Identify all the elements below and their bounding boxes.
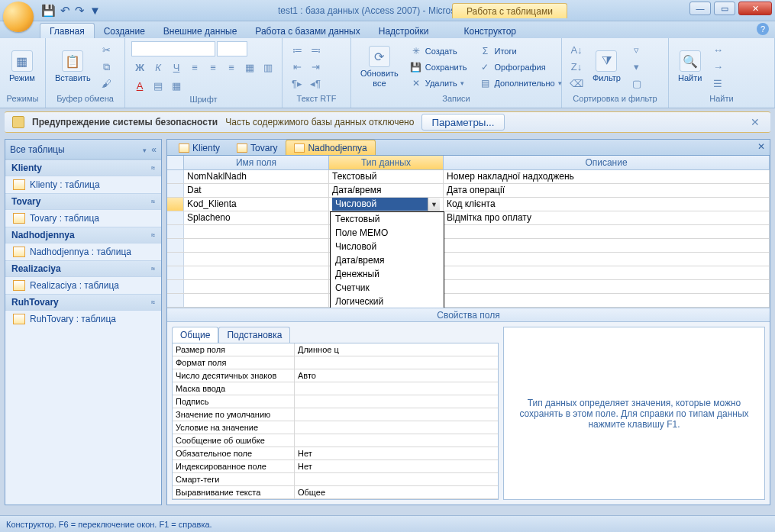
numbering-button[interactable]: ≕ [307, 43, 324, 58]
tab-lookup[interactable]: Подстановка [218, 327, 290, 343]
format-painter-button[interactable]: 🖌 [98, 76, 115, 92]
description-cell[interactable] [444, 239, 770, 252]
underline-button[interactable]: Ч [168, 60, 185, 75]
property-row[interactable]: Подпись [173, 395, 498, 408]
row-selector[interactable] [167, 253, 184, 266]
copy-button[interactable]: ⧉ [98, 60, 115, 75]
field-name-cell[interactable] [184, 239, 329, 252]
design-row[interactable] [167, 253, 770, 266]
dropdown-item[interactable]: Денежный [331, 267, 444, 281]
property-row[interactable]: Индексированное полеНет [173, 460, 498, 473]
row-selector[interactable] [167, 294, 184, 307]
dropdown-item[interactable]: Логический [331, 295, 444, 308]
qat-dropdown-icon[interactable]: ▼ [89, 4, 101, 17]
description-cell[interactable]: Код клієнта [444, 198, 770, 211]
design-row[interactable] [167, 239, 770, 253]
design-row[interactable]: NomNaklNadhТекстовыйНомер накладної надх… [167, 170, 770, 184]
field-name-cell[interactable] [184, 253, 329, 266]
tab-database-tools[interactable]: Работа с базами данных [246, 24, 369, 38]
security-options-button[interactable]: Параметры... [421, 114, 504, 131]
property-row[interactable]: Условие на значение [173, 421, 498, 434]
property-row[interactable]: Выравнивание текстаОбщее [173, 486, 498, 499]
rtl-button[interactable]: ◂¶ [307, 76, 324, 92]
decrease-indent-button[interactable]: ⇤ [289, 60, 305, 75]
col-field-name[interactable]: Имя поля [184, 156, 329, 169]
tab-design[interactable]: Конструктор [455, 24, 525, 38]
tab-addins[interactable]: Надстройки [370, 24, 438, 38]
dropdown-button[interactable]: ▼ [428, 198, 440, 211]
design-row[interactable]: DatДата/времяДата операції [167, 184, 770, 198]
save-record-button[interactable]: 💾Сохранить [406, 60, 471, 75]
document-tab[interactable]: Tovary [228, 140, 286, 155]
row-selector[interactable] [167, 239, 184, 252]
clear-sort-button[interactable]: ⌫ [568, 76, 585, 92]
sort-asc-button[interactable]: A↓ [568, 43, 585, 58]
property-value[interactable] [295, 421, 498, 434]
property-value[interactable] [295, 408, 498, 421]
data-type-cell-selected[interactable]: Числовой▼ [332, 198, 440, 211]
refresh-all-button[interactable]: ⟳Обновить все [357, 44, 402, 89]
align-center-button[interactable]: ≡ [205, 60, 221, 75]
nav-group-header[interactable]: Realizaciya≈ [5, 260, 161, 277]
find-button[interactable]: 🔍Найти [675, 49, 705, 84]
dropdown-item[interactable]: Счетчик [331, 281, 444, 295]
collapse-nav-icon[interactable]: « [151, 144, 157, 155]
align-right-button[interactable]: ≡ [223, 60, 240, 75]
design-row[interactable] [167, 294, 770, 308]
ltr-button[interactable]: ¶▸ [289, 76, 305, 92]
property-row[interactable]: Значение по умолчанию [173, 408, 498, 421]
nav-item[interactable]: Realizaciya : таблица [5, 277, 161, 294]
field-name-cell[interactable]: Splacheno [184, 211, 329, 224]
cut-button[interactable]: ✂ [98, 43, 115, 58]
more-button[interactable]: ▤Дополнительно▾ [475, 76, 565, 91]
dropdown-item[interactable]: Текстовый [331, 212, 444, 226]
paste-button[interactable]: 📋Вставить [52, 49, 94, 84]
filter-button[interactable]: ⧩Фильтр [589, 49, 624, 84]
description-cell[interactable] [444, 225, 770, 238]
alt-row-button[interactable]: ▦ [168, 78, 185, 93]
nav-item[interactable]: Klienty : таблица [5, 176, 161, 193]
document-tab[interactable]: Nadhodjennya [286, 140, 375, 155]
close-button[interactable]: ✕ [738, 2, 772, 15]
design-row[interactable]: SplachenoТекстовыйВідмітка про оплату [167, 211, 770, 225]
nav-group-header[interactable]: Klienty≈ [5, 160, 161, 176]
tab-home[interactable]: Главная [40, 23, 95, 38]
description-cell[interactable] [444, 266, 770, 279]
property-value[interactable]: Нет [295, 447, 498, 459]
property-value[interactable] [295, 434, 498, 447]
property-row[interactable]: Размер поляДлинное ц [173, 343, 498, 356]
property-row[interactable]: Смарт-теги [173, 473, 498, 486]
property-row[interactable]: Число десятичных знаковАвто [173, 369, 498, 382]
increase-indent-button[interactable]: ⇥ [307, 60, 324, 75]
col-description[interactable]: Описание [444, 156, 770, 169]
field-name-cell[interactable] [184, 280, 329, 293]
description-cell[interactable] [444, 294, 770, 307]
data-type-cell[interactable]: Дата/время [329, 184, 444, 197]
row-selector[interactable] [167, 225, 184, 238]
row-selector[interactable] [167, 266, 184, 279]
property-value[interactable] [295, 395, 498, 408]
nav-item[interactable]: Nadhodjennya : таблица [5, 243, 161, 260]
align-left-button[interactable]: ≡ [186, 60, 203, 75]
font-family-select[interactable] [131, 41, 215, 56]
property-value[interactable]: Длинное ц [295, 343, 498, 356]
help-icon[interactable]: ? [757, 23, 769, 35]
description-cell[interactable] [444, 253, 770, 266]
description-cell[interactable]: Дата операції [444, 184, 770, 197]
tab-external-data[interactable]: Внешние данные [154, 24, 247, 38]
field-name-cell[interactable] [184, 225, 329, 238]
nav-group-header[interactable]: RuhTovary≈ [5, 294, 161, 311]
nav-group-header[interactable]: Nadhodjennya≈ [5, 227, 161, 243]
close-tab-button[interactable]: ✕ [757, 141, 765, 152]
nav-item[interactable]: RuhTovary : таблица [5, 311, 161, 327]
property-value[interactable] [295, 473, 498, 485]
maximize-button[interactable]: ▭ [714, 2, 735, 15]
property-row[interactable]: Маска ввода [173, 382, 498, 395]
design-row[interactable] [167, 266, 770, 280]
data-type-dropdown[interactable]: ТекстовыйПоле МЕМОЧисловойДата/времяДене… [330, 211, 444, 308]
property-row[interactable]: Формат поля [173, 356, 498, 369]
italic-button[interactable]: К [150, 60, 166, 75]
row-selector[interactable] [167, 198, 184, 211]
tab-general[interactable]: Общие [172, 327, 218, 343]
save-icon[interactable]: 💾 [41, 4, 56, 18]
